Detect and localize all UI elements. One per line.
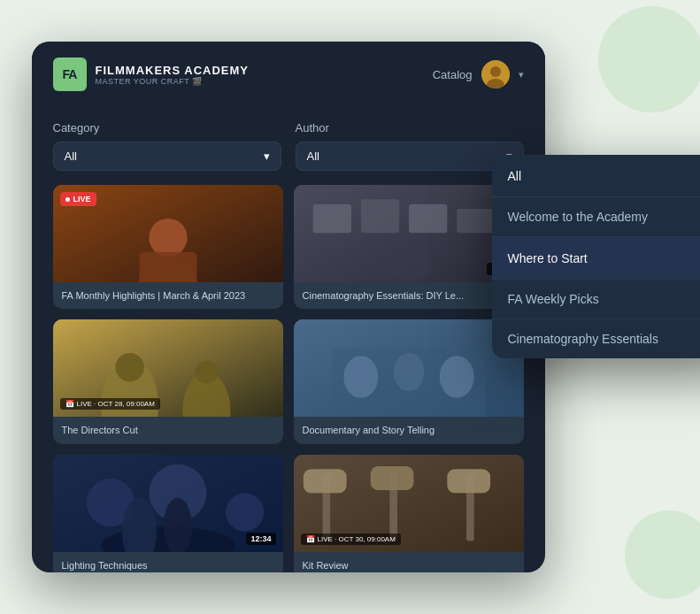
calendar-icon: 📅 (65, 400, 74, 408)
video-title-4: Documentary and Story Telling (303, 424, 515, 436)
dropdown-item-cinematography[interactable]: Cinematography Essentials (492, 319, 701, 358)
brand-info: FILMMAKERS ACADEMY MASTER YOUR CRAFT 🎬 (96, 64, 250, 86)
brand-title: FILMMAKERS ACADEMY (96, 64, 250, 77)
video-card-5[interactable]: 12:34 Lighting Techniques (53, 455, 283, 572)
video-title-6: Kit Review (303, 559, 515, 572)
avatar[interactable] (481, 60, 510, 88)
avatar-image (481, 60, 510, 88)
filters-row: Category All ▾ Author All ▾ (32, 107, 545, 185)
live-text-1: LIVE (73, 195, 91, 203)
video-thumb-5: 12:34 (53, 455, 283, 552)
video-thumb-3: 📅 LIVE · OCT 28, 09:00AM (53, 319, 283, 417)
author-value: All (307, 150, 319, 163)
decorative-blob-bottom (625, 510, 701, 599)
video-thumb-4 (294, 319, 524, 417)
dropdown-item-where-to-start[interactable]: Where to Start ↗ (492, 237, 701, 279)
video-info-3: The Directors Cut (53, 417, 283, 443)
video-card-2[interactable]: 12:34 Cinematography Essentials: DIY Le.… (294, 185, 524, 309)
video-card-1[interactable]: LIVE FA Monthly Highlights | March & Apr… (53, 185, 283, 309)
author-select[interactable]: All ▾ (296, 142, 524, 171)
chevron-down-icon[interactable]: ▾ (519, 69, 524, 81)
video-title-2: Cinematography Essentials: DIY Le... (303, 289, 515, 302)
dropdown-item-cinematography-label: Cinematography Essentials (508, 332, 658, 346)
svg-rect-34 (370, 466, 413, 490)
live-badge-1: LIVE (60, 192, 96, 206)
video-card-3[interactable]: 📅 LIVE · OCT 28, 09:00AM The Directors C… (53, 319, 283, 443)
header-right: Catalog ▾ (433, 60, 524, 88)
live-dot-icon (65, 197, 70, 202)
svg-point-5 (149, 219, 187, 257)
category-filter-group: Category All ▾ (53, 121, 281, 171)
video-thumb-1: LIVE (53, 185, 283, 282)
logo-text: FA (63, 67, 77, 81)
dropdown-overlay: All ▾ Welcome to the Academy Where to St… (492, 155, 701, 358)
header: FA FILMMAKERS ACADEMY MASTER YOUR CRAFT … (32, 42, 545, 107)
catalog-label[interactable]: Catalog (433, 68, 473, 81)
svg-point-1 (490, 66, 501, 77)
svg-point-26 (225, 493, 263, 531)
video-title-1: FA Monthly Highlights | March & April 20… (62, 289, 274, 302)
video-card-4[interactable]: Documentary and Story Telling (294, 319, 524, 443)
dropdown-current-value: All (508, 169, 522, 183)
svg-rect-8 (312, 204, 350, 233)
video-thumb-6: 📅 LIVE · OCT 30, 09:00AM (294, 455, 524, 552)
svg-point-16 (115, 353, 143, 381)
dropdown-item-fa-weekly-label: FA Weekly Picks (508, 292, 599, 306)
svg-point-22 (439, 356, 473, 398)
decorative-blob-top (598, 6, 701, 112)
app-card: FA FILMMAKERS ACADEMY MASTER YOUR CRAFT … (32, 42, 545, 572)
category-label: Category (53, 121, 281, 134)
live-schedule-badge-3: 📅 LIVE · OCT 28, 09:00AM (60, 398, 160, 410)
svg-rect-9 (360, 199, 398, 233)
video-card-6[interactable]: 📅 LIVE · OCT 30, 09:00AM Kit Review (294, 455, 524, 572)
category-select[interactable]: All ▾ (53, 142, 281, 171)
category-value: All (65, 150, 77, 163)
dropdown-item-where-to-start-label: Where to Start (508, 251, 588, 265)
svg-rect-36 (447, 469, 490, 493)
schedule-text-6: LIVE · OCT 30, 09:00AM (318, 535, 396, 543)
brand-subtitle: MASTER YOUR CRAFT 🎬 (96, 77, 250, 86)
logo-area: FA FILMMAKERS ACADEMY MASTER YOUR CRAFT … (53, 58, 250, 91)
dropdown-item-fa-weekly[interactable]: FA Weekly Picks (492, 280, 701, 319)
svg-point-21 (393, 353, 424, 391)
video-title-3: The Directors Cut (62, 424, 274, 436)
category-chevron-icon: ▾ (264, 150, 270, 163)
video-info-6: Kit Review (294, 552, 524, 572)
video-info-5: Lighting Techniques (53, 552, 283, 572)
author-label: Author (296, 121, 524, 134)
svg-rect-10 (409, 204, 447, 233)
dropdown-item-welcome-label: Welcome to the Academy (508, 210, 648, 224)
video-title-5: Lighting Techniques (62, 559, 274, 572)
svg-point-12 (384, 242, 432, 280)
dropdown-header[interactable]: All ▾ (492, 155, 701, 197)
logo-badge: FA (53, 58, 87, 91)
video-info-4: Documentary and Story Telling (294, 417, 524, 443)
svg-rect-6 (139, 252, 196, 282)
svg-point-20 (343, 356, 378, 398)
video-info-2: Cinematography Essentials: DIY Le... (294, 282, 524, 309)
calendar-icon-6: 📅 (306, 535, 315, 543)
schedule-text-3: LIVE · OCT 28, 09:00AM (77, 400, 155, 408)
dropdown-item-welcome[interactable]: Welcome to the Academy (492, 197, 701, 236)
duration-badge-5: 12:34 (246, 533, 275, 545)
thumb-decoration-4 (294, 319, 524, 417)
live-schedule-badge-6: 📅 LIVE · OCT 30, 09:00AM (301, 533, 401, 545)
author-filter-group: Author All ▾ (296, 121, 524, 171)
svg-rect-32 (303, 469, 346, 493)
video-info-1: FA Monthly Highlights | March & April 20… (53, 282, 283, 309)
svg-point-17 (195, 361, 218, 384)
video-grid: LIVE FA Monthly Highlights | March & Apr… (32, 185, 545, 572)
video-thumb-2: 12:34 (294, 185, 524, 282)
